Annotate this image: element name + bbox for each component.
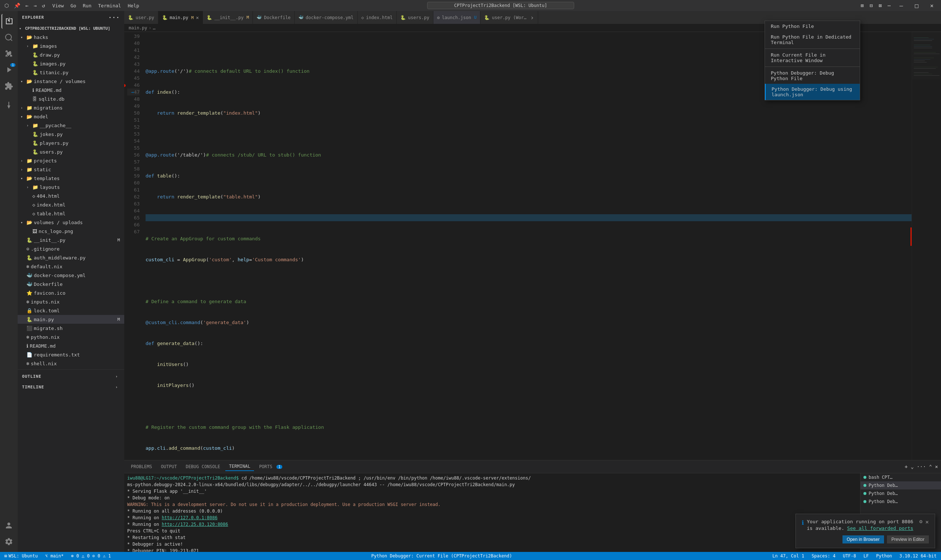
activity-run-debug[interactable]: 1	[2, 63, 16, 77]
status-branch[interactable]: ⌥ main*	[44, 553, 65, 558]
ts-python-3[interactable]: Python Deb…	[861, 497, 941, 506]
tab-main-py[interactable]: 🐍 main.py M ×	[159, 11, 203, 24]
sidebar-item-index-html[interactable]: ◇index.html	[18, 200, 124, 209]
tab-main-py-close[interactable]: ×	[196, 15, 199, 21]
tab-terminal[interactable]: TERMINAL	[225, 462, 254, 471]
sidebar-item-auth-middleware-py[interactable]: 🐍auth_middleware.py	[18, 253, 124, 262]
sidebar-more[interactable]: ···	[108, 14, 120, 21]
status-encoding[interactable]: UTF-8	[841, 553, 858, 558]
sidebar-item-migrations[interactable]: ›📁migrations	[18, 103, 124, 112]
split-icon[interactable]: ⊠	[877, 2, 883, 9]
terminal-more[interactable]: ···	[917, 464, 926, 469]
maximize-button[interactable]: □	[910, 1, 923, 11]
cm-debug-python[interactable]: Python Debugger: Debug Python File	[765, 68, 860, 84]
menu-go[interactable]: Go	[68, 2, 79, 10]
sidebar-item-hacks[interactable]: ▾📂hacks	[18, 33, 124, 42]
sidebar-item-volumes---uploads[interactable]: ▾📂volumes / uploads	[18, 218, 124, 227]
tab-problems[interactable]: PROBLEMS	[127, 463, 156, 471]
notif-close-button[interactable]: ×	[925, 518, 929, 525]
sidebar-item-lock-toml[interactable]: 🔒lock.toml	[18, 306, 124, 315]
sidebar-item-instance---volumes[interactable]: ▾📂instance / volumes	[18, 77, 124, 86]
activity-source-control[interactable]	[2, 46, 16, 61]
status-python-version[interactable]: 3.10.12 64-bit	[898, 553, 938, 558]
ts-python-2[interactable]: Python Deb…	[861, 489, 941, 497]
sidebar-item-images-py[interactable]: 🐍images.py	[18, 59, 124, 68]
tab-docker-compose[interactable]: 🐳 docker-compose.yml	[295, 11, 358, 24]
sidebar-item-templates[interactable]: ▾📂templates	[18, 174, 124, 183]
sidebar-item-python-nix[interactable]: ❄python.nix	[18, 332, 124, 342]
sidebar-item-draw-py[interactable]: 🐍draw.py	[18, 50, 124, 59]
notif-settings-icon[interactable]: ⚙	[919, 518, 922, 525]
sidebar-item-users-py[interactable]: 🐍users.py	[18, 147, 124, 156]
tab-output[interactable]: OUTPUT	[157, 463, 180, 471]
status-eol[interactable]: LF	[862, 553, 870, 558]
ts-python-1[interactable]: Python Deb…	[861, 482, 941, 489]
ts-bash[interactable]: bash CPT…	[861, 473, 941, 482]
sidebar-item-sqlite-db[interactable]: 🗄sqlite.db	[18, 94, 124, 103]
sidebar-item-model[interactable]: ▾📂model	[18, 112, 124, 121]
sidebar-item---pycache--[interactable]: ›📁__pycache__	[18, 121, 124, 130]
tab-launch-json[interactable]: ⚙ launch.json U	[433, 11, 481, 24]
tab-ports[interactable]: PORTS 1	[256, 463, 286, 471]
sidebar-item-layouts[interactable]: ›📁layouts	[18, 183, 124, 191]
forward-icon[interactable]: →	[32, 2, 38, 9]
sidebar-item---init---py[interactable]: 🐍__init__.pyM	[18, 235, 124, 245]
timeline-section[interactable]: TIMELINE ›	[18, 382, 124, 392]
activity-settings[interactable]	[2, 534, 16, 549]
back-icon[interactable]: ←	[24, 2, 30, 9]
tab-init-py[interactable]: 🐍 __init__.py M	[203, 11, 253, 24]
sidebar-item-static[interactable]: ›📁static	[18, 165, 124, 174]
more-icon[interactable]: ⋯	[886, 2, 892, 9]
sidebar-item-main-py[interactable]: 🐍main.pyM	[18, 315, 124, 324]
status-language[interactable]: Python	[875, 553, 893, 558]
sidebar-item-migrate-sh[interactable]: ⬛migrate.sh	[18, 324, 124, 332]
status-debug[interactable]: Python Debugger: Current File (CPTProjec…	[117, 553, 767, 558]
menu-help[interactable]: Help	[125, 2, 142, 10]
sidebar-item-default-nix[interactable]: ❄default.nix	[18, 262, 124, 271]
status-ln-col[interactable]: Ln 47, Col 1	[771, 553, 806, 558]
tab-index-html[interactable]: ◇ index.html	[358, 11, 397, 24]
minimize-button[interactable]: —	[895, 1, 907, 11]
sidebar-item-readme-md[interactable]: ℹREADME.md	[18, 86, 124, 94]
activity-extensions[interactable]	[2, 78, 16, 93]
sidebar-item-players-py[interactable]: 🐍players.py	[18, 138, 124, 147]
terminal-split[interactable]: ⌄	[910, 464, 913, 469]
cm-run-interactive[interactable]: Run Current File in Interactive Window	[765, 49, 860, 66]
cm-run-python[interactable]: Run Python File	[765, 21, 860, 32]
breadcrumb-more[interactable]: …	[153, 25, 156, 31]
tab-user-py-wor[interactable]: 🐍 user.py (Wor… ›	[481, 11, 538, 24]
terminal-add[interactable]: +	[905, 464, 907, 469]
sidebar-item-ncs-logo-png[interactable]: 🖼ncs_logo.png	[18, 227, 124, 235]
tab-user-py[interactable]: 🐍 user.py	[124, 11, 159, 24]
sidebar-item-images[interactable]: ›📁images	[18, 42, 124, 50]
sidebar-item-projects[interactable]: ›📁projects	[18, 156, 124, 165]
sidebar-item-shell-nix[interactable]: ❄shell.nix	[18, 359, 124, 368]
tab-dockerfile[interactable]: 🐳 Dockerfile	[253, 11, 294, 24]
layout-icon[interactable]: ⊞	[859, 2, 865, 9]
sidebar-item-404-html[interactable]: ◇404.html	[18, 191, 124, 200]
status-spaces[interactable]: Spaces: 4	[810, 553, 837, 558]
cm-run-dedicated[interactable]: Run Python File in Dedicated Terminal	[765, 32, 860, 48]
cm-debug-launch[interactable]: Python Debugger: Debug using launch.json	[765, 84, 860, 100]
terminal-max[interactable]: ⌃	[929, 464, 932, 469]
status-errors[interactable]: ⊗ 0 △ 0 ⊙ 0 ⚠ 1	[69, 553, 112, 558]
terminal-content[interactable]: iwu88@LG17:~/vscode/CPTProjectTri2Backen…	[124, 473, 860, 552]
breadcrumb-file[interactable]: main.py	[129, 25, 148, 31]
notif-preview-editor-button[interactable]: Preview in Editor	[887, 535, 929, 543]
sidebar-item-dockerfile[interactable]: 🐳Dockerfile	[18, 280, 124, 288]
close-button[interactable]: ×	[926, 1, 938, 11]
sidebar-root[interactable]: ▾ CPTPROJECTTRI2BACKEND [WSL: UBUNTU]	[18, 24, 124, 33]
menu-terminal[interactable]: Terminal	[95, 2, 124, 10]
sidebar-item-readme-md[interactable]: ℹREADME.md	[18, 342, 124, 350]
tab-debug-console[interactable]: DEBUG CONSOLE	[182, 463, 224, 471]
undo-icon[interactable]: ↺	[40, 2, 46, 9]
sidebar-item-titanic-py[interactable]: 🐍titanic.py	[18, 68, 124, 77]
terminal-close[interactable]: ×	[935, 464, 938, 469]
sidebar-item--gitignore[interactable]: ⊙.gitignore	[18, 245, 124, 253]
title-search[interactable]: CPTProjectTri2Backend [WSL: Ubuntu]	[427, 2, 574, 9]
notif-open-browser-button[interactable]: Open in Browser	[842, 535, 884, 543]
sidebar-item-requirements-txt[interactable]: 📄requirements.txt	[18, 350, 124, 359]
sidebar-item-docker-compose-yml[interactable]: 🐳docker-compose.yml	[18, 271, 124, 280]
menu-run[interactable]: Run	[80, 2, 94, 10]
sidebar-item-favicon-ico[interactable]: ⭐favicon.ico	[18, 288, 124, 297]
